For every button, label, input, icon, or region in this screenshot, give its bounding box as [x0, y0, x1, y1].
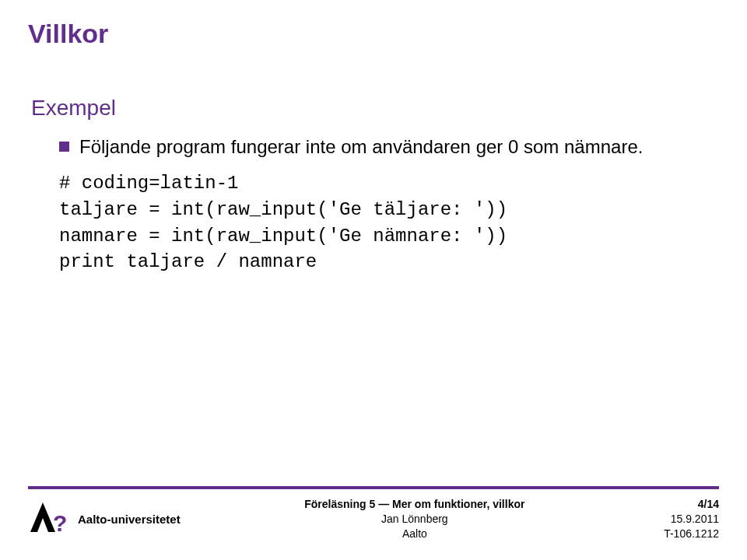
university-name: Aalto-universitetet	[78, 513, 181, 526]
footer: ? Aalto-universitetet Föreläsning 5 — Me…	[0, 486, 747, 560]
org-name: Aalto	[181, 527, 649, 541]
logo-box: ?	[28, 497, 75, 541]
footer-rule	[28, 486, 719, 489]
slide-subtitle: Exempel	[31, 96, 719, 121]
footer-grid: ? Aalto-universitetet Föreläsning 5 — Me…	[0, 497, 747, 541]
date: 15.9.2011	[649, 512, 719, 527]
aalto-logo-icon: ?	[28, 501, 68, 537]
svg-text:?: ?	[53, 510, 67, 536]
bullet-list: Följande program fungerar inte om använd…	[59, 135, 719, 159]
lecture-title: Föreläsning 5 — Mer om funktioner, villk…	[181, 497, 649, 512]
slide: Villkor Exempel Följande program fungera…	[0, 0, 747, 560]
slide-title: Villkor	[28, 19, 719, 49]
code-block: # coding=latin-1 taljare = int(raw_input…	[59, 170, 719, 275]
author-name: Jan Lönnberg	[181, 512, 649, 527]
bullet-item: Följande program fungerar inte om använd…	[59, 135, 719, 159]
course-code: T-106.1212	[649, 527, 719, 541]
page-number: 4/14	[649, 497, 719, 512]
footer-center: Föreläsning 5 — Mer om funktioner, villk…	[181, 497, 649, 541]
footer-right: 4/14 15.9.2011 T-106.1212	[649, 497, 719, 541]
